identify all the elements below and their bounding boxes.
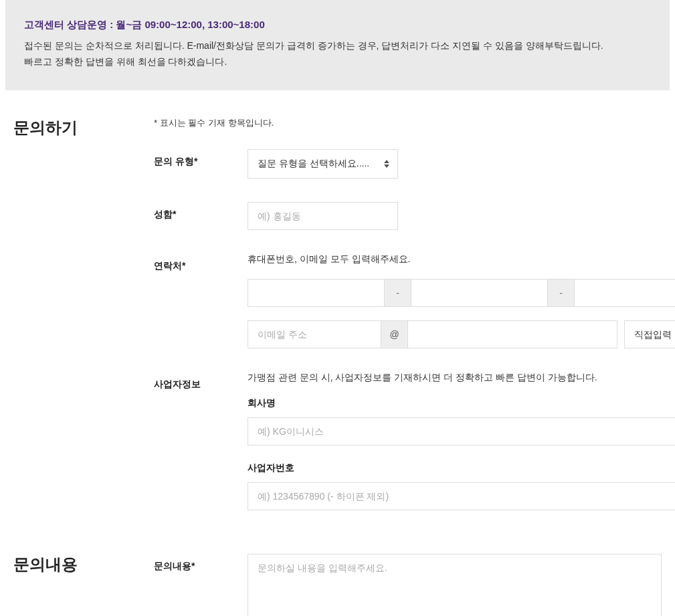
phone-part-2[interactable] (411, 279, 548, 307)
content-section-title: 문의내용 (13, 554, 154, 616)
bizno-label: 사업자번호 (248, 462, 675, 474)
inquiry-section: 문의하기 * 표시는 필수 기재 항목입니다. 문의 유형* 질문 유형을 선택… (0, 117, 675, 534)
notice-line-2: 빠르고 정확한 답변을 위해 최선을 다하겠습니다. (24, 54, 651, 70)
inquiry-section-title: 문의하기 (13, 117, 154, 534)
content-label: 문의내용* (154, 554, 248, 573)
company-block: 회사명 (248, 397, 675, 445)
inquiry-type-label: 문의 유형* (154, 149, 248, 168)
phone-separator-1: - (385, 279, 411, 307)
operating-hours-notice: 고객센터 상담운영 : 월~금 09:00~12:00, 13:00~18:00… (5, 0, 670, 90)
name-input[interactable] (248, 202, 398, 230)
company-input[interactable] (248, 417, 675, 445)
email-domain-select[interactable]: 직접입력 (624, 320, 675, 348)
notice-line-1: 접수된 문의는 순차적으로 처리됩니다. E-mail/전화상담 문의가 급격히… (24, 38, 651, 54)
email-local-input[interactable] (248, 320, 381, 348)
contact-label: 연락처* (154, 253, 248, 272)
sort-caret-icon (384, 160, 389, 168)
business-info-label: 사업자정보 (154, 372, 248, 391)
bizno-input[interactable] (248, 482, 675, 510)
content-textarea[interactable] (248, 554, 662, 616)
notice-title: 고객센터 상담운영 : 월~금 09:00~12:00, 13:00~18:00 (24, 19, 651, 31)
name-label: 성함* (154, 202, 248, 221)
required-fields-note: * 표시는 필수 기재 항목입니다. (154, 117, 675, 129)
phone-separator-2: - (548, 279, 575, 307)
notice-body: 접수된 문의는 순차적으로 처리됩니다. E-mail/전화상담 문의가 급격히… (24, 38, 651, 70)
phone-input-group: - - (248, 279, 675, 307)
row-inquiry-type: 문의 유형* 질문 유형을 선택하세요..... (154, 149, 675, 179)
row-name: 성함* (154, 202, 675, 230)
company-label: 회사명 (248, 397, 675, 409)
email-at-separator: @ (381, 320, 408, 348)
content-section: 문의내용 문의내용* (0, 554, 675, 616)
phone-part-3[interactable] (575, 279, 675, 307)
email-domain-input[interactable] (408, 320, 617, 348)
row-content: 문의내용* (154, 554, 662, 616)
phone-part-1[interactable] (248, 279, 385, 307)
row-business-info: 사업자정보 가맹점 관련 문의 시, 사업자정보를 기재하시면 더 정확하고 빠… (154, 372, 675, 527)
email-input-group: @ 직접입력 (248, 320, 675, 348)
business-info-hint: 가맹점 관련 문의 시, 사업자정보를 기재하시면 더 정확하고 빠른 답변이 … (248, 372, 675, 384)
inquiry-type-select[interactable]: 질문 유형을 선택하세요..... (248, 149, 398, 179)
contact-hint: 휴대폰번호, 이메일 모두 입력해주세요. (248, 253, 675, 266)
row-contact: 연락처* 휴대폰번호, 이메일 모두 입력해주세요. - - @ 직접입력 (154, 253, 675, 348)
inquiry-type-selected: 질문 유형을 선택하세요..... (258, 158, 369, 169)
bizno-block: 사업자번호 (248, 462, 675, 510)
